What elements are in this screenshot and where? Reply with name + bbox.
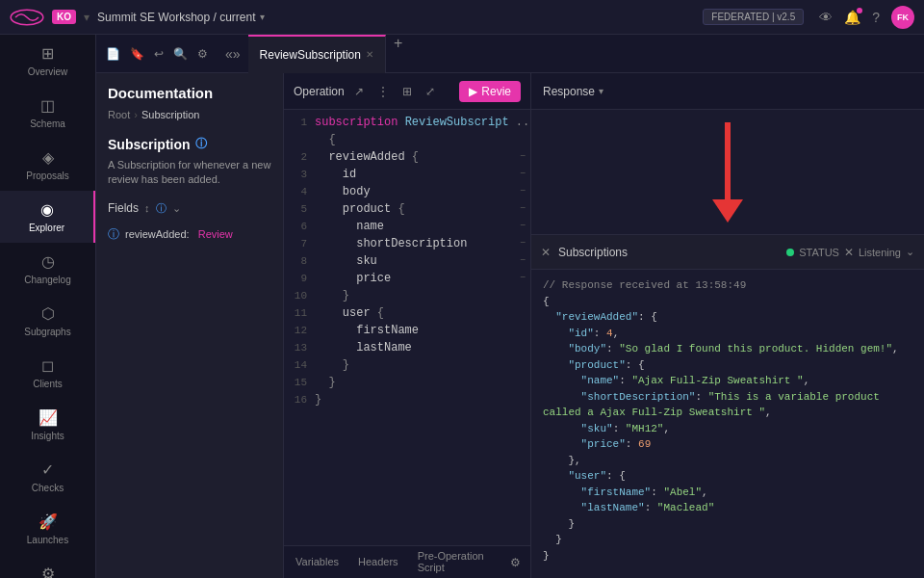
code-line: 10 } <box>284 287 530 304</box>
verified-icon: ⓘ <box>195 136 207 152</box>
doc-section-title: Subscription ⓘ <box>96 128 283 156</box>
sidebar-item-checks[interactable]: ✓ Checks <box>0 451 95 503</box>
overview-icon: ⊞ <box>41 44 54 63</box>
topbar-chevron[interactable]: ▾ <box>84 11 90 24</box>
code-editor[interactable]: 1 subscription ReviewSubscript ... { 2 r… <box>284 110 530 545</box>
panels: Documentation Root › Subscription Subscr… <box>96 73 924 578</box>
toolbar-expand-icon[interactable]: ⤢ <box>422 83 439 100</box>
operation-label: Operation <box>294 85 345 98</box>
response-body[interactable]: // Response received at 13:58:49 { "revi… <box>531 270 924 578</box>
sidebar-item-subgraphs[interactable]: ⬡ Subgraphs <box>0 295 95 347</box>
insights-icon: 📈 <box>38 408 58 427</box>
subgraphs-icon: ⬡ <box>41 304 55 323</box>
tabs-bar: 📄 🔖 ↩ 🔍 ⚙ «» ReviewSubscription ✕ + <box>96 35 924 73</box>
response-panel: Response ▾ ✕ Subscriptions STATUS ✕ <box>531 73 924 578</box>
field-check-icon: ⓘ <box>108 226 119 243</box>
response-chevron[interactable]: ▾ <box>599 86 603 96</box>
fields-expand-icon[interactable]: ⌄ <box>172 202 181 215</box>
settings-icon: ⚙ <box>41 565 55 578</box>
schema-icon: ◫ <box>40 96 55 115</box>
project-chevron[interactable]: ▾ <box>260 12 265 22</box>
code-line: 12 firstName <box>284 322 530 339</box>
visibility-icon[interactable]: 👁 <box>819 10 833 25</box>
play-icon: ▶ <box>469 85 477 98</box>
breadcrumb-current: Subscription <box>141 109 200 120</box>
listening-chevron[interactable]: ⌄ <box>906 246 914 258</box>
code-line: 13 lastName <box>284 339 530 356</box>
fields-filter-icon[interactable]: ⓘ <box>156 201 167 216</box>
workspace-badge[interactable]: KO <box>52 10 76 24</box>
sidebar-item-launches[interactable]: 🚀 Launches <box>0 503 95 555</box>
toolbar-share-icon[interactable]: ↗ <box>350 83 368 100</box>
code-line: 16 } <box>284 391 530 408</box>
tab-settings-icon[interactable]: ⚙ <box>195 45 210 63</box>
content-area: 📄 🔖 ↩ 🔍 ⚙ «» ReviewSubscription ✕ + Docu… <box>96 35 924 578</box>
doc-description: A Subscription for whenever a new review… <box>96 156 283 196</box>
project-name[interactable]: Summit SE Workshop / current ▾ <box>97 11 265 24</box>
code-line: 14 } <box>284 356 530 374</box>
response-label[interactable]: Response <box>543 85 595 98</box>
checks-icon: ✓ <box>41 460 54 479</box>
response-timestamp-1: // Response received at 13:58:49 <box>543 277 912 294</box>
tab-headers[interactable]: Headers <box>356 552 400 573</box>
tab-close-button[interactable]: ✕ <box>366 49 373 60</box>
close-status-button[interactable]: ✕ <box>844 246 854 259</box>
status-dot <box>786 249 794 256</box>
sidebar-item-explorer[interactable]: ◉ Explorer <box>0 191 95 243</box>
tab-doc-icon[interactable]: 📄 <box>104 45 122 63</box>
topbar: KO ▾ Summit SE Workshop / current ▾ FEDE… <box>0 0 924 35</box>
code-line: 7 shortDescription − <box>284 235 530 252</box>
field-item-reviewAdded[interactable]: ⓘ reviewAdded: Review <box>96 222 283 248</box>
close-subscription-button[interactable]: ✕ <box>541 246 551 259</box>
breadcrumb-root[interactable]: Root <box>108 109 130 120</box>
arrow-section <box>531 110 924 235</box>
toolbar-copy-icon[interactable]: ⊞ <box>398 83 416 100</box>
add-tab-button[interactable]: + <box>386 35 410 73</box>
response-header: Response ▾ <box>531 73 924 110</box>
listening-text: Listening <box>859 247 901 258</box>
collapse-panels-icon[interactable]: «» <box>218 46 248 62</box>
tab-pre-operation-script[interactable]: Pre-Operation Script <box>416 546 495 579</box>
fields-sort-icon[interactable]: ↕ <box>144 202 150 214</box>
tabs-list: ReviewSubscription ✕ + <box>248 35 924 73</box>
code-line: 6 name − <box>284 218 530 235</box>
editor-panel: Operation ↗ ⋮ ⊞ ⤢ ▶ Revie 1 subscription… <box>284 73 531 578</box>
sidebar-item-overview[interactable]: ⊞ Overview <box>0 35 95 87</box>
help-icon[interactable]: ? <box>872 10 880 25</box>
subscriptions-bar: ✕ Subscriptions STATUS ✕ Listening ⌄ <box>531 235 924 270</box>
sidebar-item-schema[interactable]: ◫ Schema <box>0 87 95 139</box>
tab-review-subscription[interactable]: ReviewSubscription ✕ <box>248 35 386 73</box>
explorer-icon: ◉ <box>40 200 54 219</box>
tab-bookmark-icon[interactable]: 🔖 <box>128 45 146 63</box>
code-line: 8 sku − <box>284 252 530 270</box>
fields-header: Fields ↕ ⓘ ⌄ <box>96 196 283 222</box>
editor-toolbar: Operation ↗ ⋮ ⊞ ⤢ ▶ Revie <box>284 73 530 110</box>
code-line: { <box>284 131 530 148</box>
sidebar-item-clients[interactable]: ◻ Clients <box>0 347 95 399</box>
tab-history-icon[interactable]: ↩ <box>152 45 166 63</box>
run-button[interactable]: ▶ Revie <box>459 81 521 102</box>
proposals-icon: ◈ <box>42 148 54 167</box>
breadcrumb-separator: › <box>134 109 138 120</box>
doc-panel: Documentation Root › Subscription Subscr… <box>96 73 284 578</box>
tab-variables[interactable]: Variables <box>294 552 341 573</box>
script-icon[interactable]: ⚙ <box>510 556 521 569</box>
sidebar-item-settings[interactable]: ⚙ Settings <box>0 555 95 578</box>
avatar[interactable]: FK <box>891 6 914 29</box>
subscriptions-label: Subscriptions <box>558 246 628 259</box>
status-text: STATUS <box>799 247 839 258</box>
code-line: 1 subscription ReviewSubscript ... <box>284 114 530 131</box>
main-layout: ⊞ Overview ◫ Schema ◈ Proposals ◉ Explor… <box>0 35 924 578</box>
sidebar-item-changelog[interactable]: ◷ Changelog <box>0 243 95 295</box>
editor-bottom-bar: Variables Headers Pre-Operation Script ⚙ <box>284 545 530 578</box>
code-line: 4 body − <box>284 183 530 200</box>
code-line: 11 user { <box>284 304 530 322</box>
code-line: 15 } <box>284 374 530 391</box>
code-line: 9 price − <box>284 270 530 287</box>
notification-icon[interactable]: 🔔 <box>844 10 860 25</box>
toolbar-more-icon[interactable]: ⋮ <box>373 83 393 100</box>
code-line: 3 id − <box>284 166 530 183</box>
sidebar-item-proposals[interactable]: ◈ Proposals <box>0 139 95 191</box>
sidebar-item-insights[interactable]: 📈 Insights <box>0 399 95 451</box>
tab-search-icon[interactable]: 🔍 <box>171 45 190 63</box>
